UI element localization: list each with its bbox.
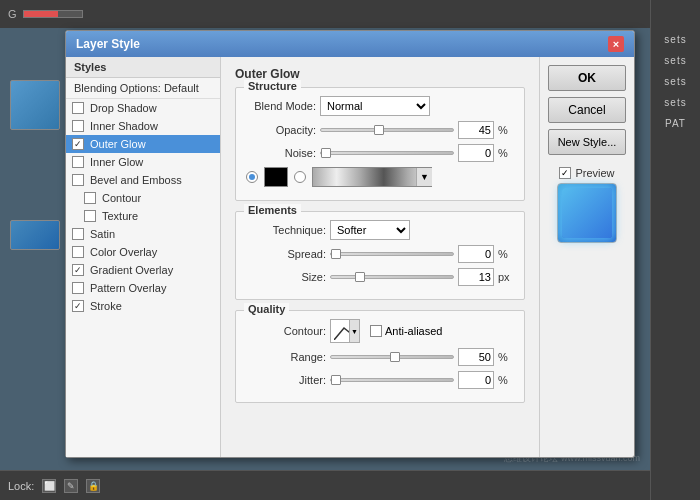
preview-checkbox[interactable]: ✓	[559, 167, 571, 179]
quality-label: Quality	[244, 303, 289, 315]
style-item-inner-shadow[interactable]: Inner Shadow	[66, 117, 220, 135]
checkbox-gradient-overlay[interactable]	[72, 264, 84, 276]
noise-input[interactable]: 0	[458, 144, 494, 162]
noise-slider[interactable]	[320, 151, 454, 155]
preview-label: Preview	[575, 167, 614, 179]
style-item-bevel-emboss[interactable]: Bevel and Emboss	[66, 171, 220, 189]
checkbox-drop-shadow[interactable]	[72, 102, 84, 114]
lock-icon-2[interactable]: ✎	[64, 479, 78, 493]
blending-options-item[interactable]: Blending Options: Default	[66, 78, 220, 99]
right-panel: sets sets sets sets PAT	[650, 0, 700, 500]
color-swatch[interactable]	[264, 167, 288, 187]
opacity-slider-thumb[interactable]	[374, 125, 384, 135]
checkbox-outer-glow[interactable]	[72, 138, 84, 150]
spread-slider-thumb[interactable]	[331, 249, 341, 259]
styles-panel: Styles Blending Options: Default Drop Sh…	[66, 57, 221, 457]
size-slider-thumb[interactable]	[355, 272, 365, 282]
dialog-title: Layer Style	[76, 37, 140, 51]
blend-mode-label: Blend Mode:	[246, 100, 316, 112]
style-item-drop-shadow[interactable]: Drop Shadow	[66, 99, 220, 117]
style-item-pattern-overlay[interactable]: Pattern Overlay	[66, 279, 220, 297]
lock-icon-3[interactable]: 🔒	[86, 479, 100, 493]
range-input[interactable]: 50	[458, 348, 494, 366]
checkbox-inner-shadow[interactable]	[72, 120, 84, 132]
structure-label: Structure	[244, 80, 301, 92]
noise-slider-thumb[interactable]	[321, 148, 331, 158]
dialog-body: Styles Blending Options: Default Drop Sh…	[66, 57, 634, 457]
technique-select[interactable]: Softer Precise	[330, 220, 410, 240]
anti-aliased-container: Anti-aliased	[370, 325, 442, 337]
elements-label: Elements	[244, 204, 301, 216]
checkbox-bevel-emboss[interactable]	[72, 174, 84, 186]
style-item-inner-glow[interactable]: Inner Glow	[66, 153, 220, 171]
color-radio[interactable]	[246, 171, 258, 183]
contour-dropdown-arrow[interactable]: ▼	[349, 320, 359, 342]
anti-aliased-label: Anti-aliased	[385, 325, 442, 337]
checkbox-satin[interactable]	[72, 228, 84, 240]
dialog-titlebar: Layer Style ×	[66, 31, 634, 57]
jitter-slider-thumb[interactable]	[331, 375, 341, 385]
rp-label-2: sets	[662, 51, 688, 70]
opacity-slider[interactable]	[320, 128, 454, 132]
styles-panel-header: Styles	[66, 57, 220, 78]
anti-aliased-checkbox[interactable]	[370, 325, 382, 337]
elements-section: Elements Technique: Softer Precise Sprea…	[235, 211, 525, 300]
outer-glow-title: Outer Glow	[235, 67, 525, 81]
gradient-radio[interactable]	[294, 171, 306, 183]
bottom-strip: Lock: ⬜ ✎ 🔒	[0, 470, 650, 500]
cancel-button[interactable]: Cancel	[548, 97, 626, 123]
style-item-color-overlay[interactable]: Color Overlay	[66, 243, 220, 261]
size-input[interactable]: 13	[458, 268, 494, 286]
left-thumbnail-1	[10, 80, 60, 130]
jitter-slider[interactable]	[330, 378, 454, 382]
left-thumbnail-2	[10, 220, 60, 250]
gradient-dropdown-arrow[interactable]: ▼	[416, 168, 432, 186]
opacity-label: Opacity:	[246, 124, 316, 136]
blend-mode-row: Blend Mode: Normal Dissolve Multiply Scr…	[246, 96, 514, 116]
checkbox-color-overlay[interactable]	[72, 246, 84, 258]
checkbox-texture[interactable]	[84, 210, 96, 222]
rp-label-3: sets	[662, 72, 688, 91]
gradient-swatch[interactable]: ▼	[312, 167, 432, 187]
style-item-contour[interactable]: Contour	[66, 189, 220, 207]
new-style-button[interactable]: New Style...	[548, 129, 626, 155]
size-label: Size:	[246, 271, 326, 283]
size-slider[interactable]	[330, 275, 454, 279]
opacity-unit: %	[498, 124, 514, 136]
style-item-texture[interactable]: Texture	[66, 207, 220, 225]
noise-row: Noise: 0 %	[246, 144, 514, 162]
size-unit: px	[498, 271, 514, 283]
checkbox-stroke[interactable]	[72, 300, 84, 312]
style-item-satin[interactable]: Satin	[66, 225, 220, 243]
contour-swatch[interactable]: ▼	[330, 319, 360, 343]
right-buttons-panel: OK Cancel New Style... ✓ Preview	[539, 57, 634, 457]
style-item-gradient-overlay[interactable]: Gradient Overlay	[66, 261, 220, 279]
opacity-input[interactable]: 45	[458, 121, 494, 139]
range-slider[interactable]	[330, 355, 454, 359]
technique-row: Technique: Softer Precise	[246, 220, 514, 240]
color-gradient-row: ▼	[246, 167, 514, 187]
blend-mode-select[interactable]: Normal Dissolve Multiply Screen	[320, 96, 430, 116]
range-slider-thumb[interactable]	[390, 352, 400, 362]
rp-label-4: sets	[662, 93, 688, 112]
technique-label: Technique:	[246, 224, 326, 236]
lock-icon-1[interactable]: ⬜	[42, 479, 56, 493]
style-item-stroke[interactable]: Stroke	[66, 297, 220, 315]
layer-style-dialog: Layer Style × Styles Blending Options: D…	[65, 30, 635, 458]
ok-button[interactable]: OK	[548, 65, 626, 91]
checkbox-contour[interactable]	[84, 192, 96, 204]
contour-row: Contour: ▼ Anti-aliased	[246, 319, 514, 343]
size-row: Size: 13 px	[246, 268, 514, 286]
close-button[interactable]: ×	[608, 36, 624, 52]
preview-section: ✓ Preview	[548, 167, 626, 243]
style-item-outer-glow[interactable]: Outer Glow	[66, 135, 220, 153]
spread-input[interactable]: 0	[458, 245, 494, 263]
noise-unit: %	[498, 147, 514, 159]
checkbox-inner-glow[interactable]	[72, 156, 84, 168]
spread-slider[interactable]	[330, 252, 454, 256]
jitter-input[interactable]: 0	[458, 371, 494, 389]
preview-thumbnail	[557, 183, 617, 243]
checkbox-pattern-overlay[interactable]	[72, 282, 84, 294]
range-label: Range:	[246, 351, 326, 363]
jitter-unit: %	[498, 374, 514, 386]
